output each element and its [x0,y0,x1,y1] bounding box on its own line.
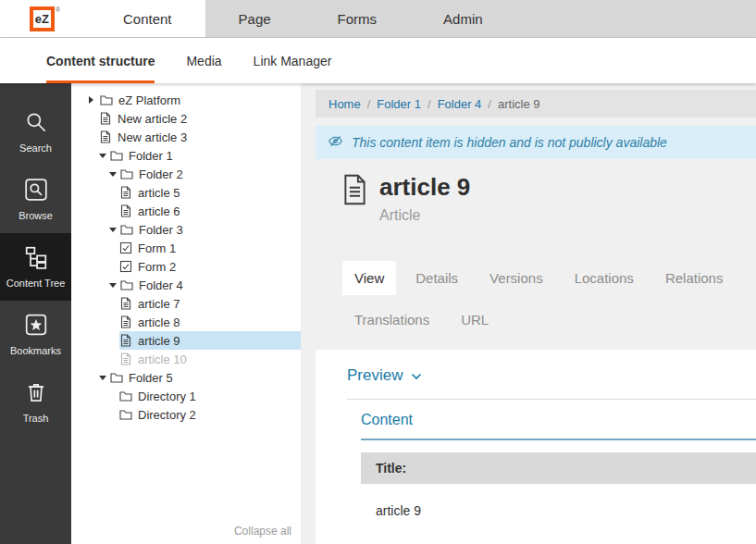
tab-page-label: Page [239,11,271,27]
caret-down-icon[interactable] [99,376,110,380]
tree-item-label: article 5 [138,186,180,200]
preview-toggle[interactable]: Preview [347,366,756,385]
content-tab-relations[interactable]: Relations [653,261,736,295]
breadcrumb-separator: / [488,97,491,111]
tree-item-form-2[interactable]: Form 2 [71,257,301,276]
ez-logo-registered-mark: ® [56,6,60,13]
tree-item-folder-1[interactable]: Folder 1 [71,146,301,165]
tree-item-article-6[interactable]: article 6 [71,202,301,220]
content-tab-url[interactable]: URL [449,303,501,337]
preview-toggle-label: Preview [347,366,403,385]
folder-icon [119,389,132,402]
caret-down-icon[interactable] [109,228,120,232]
subnav-tab-content-structure-label: Content structure [46,54,155,68]
tree-item-label: Folder 3 [139,223,183,237]
tree-item-ez-platform[interactable]: eZ Platform [71,91,301,109]
caret-down-icon[interactable] [99,154,110,158]
content-tab-bar: View Details Versions Locations Relation… [342,261,756,337]
tree-item-label: article 10 [138,352,187,366]
tree-item-new-article-3[interactable]: New article 3 [71,128,301,146]
content-tree-panel: eZ Platform New article 2 New article 3 … [71,83,301,544]
sidebar-item-bookmarks[interactable]: Bookmarks [0,301,71,368]
tree-item-directory-1[interactable]: Directory 1 [71,387,301,405]
breadcrumb-current: article 9 [498,97,540,111]
caret-down-icon[interactable] [109,172,120,177]
folder-icon [120,223,133,236]
folder-icon [119,408,132,421]
article-icon [119,352,132,365]
trash-icon [24,380,48,406]
breadcrumb-separator: / [428,97,431,111]
sidebar-item-search[interactable]: Search [0,98,71,166]
content-tab-view[interactable]: View [342,261,396,295]
tab-forms-label: Forms [338,11,378,27]
sidebar-item-browse-label: Browse [19,210,53,221]
content-type-label: Article [379,207,470,224]
tab-admin-label: Admin [443,11,483,27]
folder-icon [110,149,123,162]
tree-item-label: article 6 [138,204,180,218]
tree-item-folder-5[interactable]: Folder 5 [71,368,301,387]
caret-right-icon[interactable] [89,96,100,104]
ez-logo-text: eZ [35,12,49,26]
content-header: article 9 Article [342,174,756,224]
tree-item-directory-2[interactable]: Directory 2 [71,405,301,424]
content-tab-details[interactable]: Details [403,261,470,295]
ez-logo[interactable]: eZ ® [0,0,90,37]
sidebar-item-content-tree[interactable]: Content Tree [0,233,71,301]
subnav-tab-media-label: Media [186,54,221,68]
article-icon [119,204,132,217]
tree-item-article-9-selected[interactable]: article 9 [71,331,301,350]
tab-admin[interactable]: Admin [410,0,516,37]
tree-item-folder-4[interactable]: Folder 4 [71,276,301,294]
collapse-all-button[interactable]: Collapse all [234,525,291,538]
sub-navigation: Content structure Media Link Manager [0,38,756,83]
tab-page[interactable]: Page [205,0,304,37]
tree-item-label: article 7 [138,297,180,311]
tab-content[interactable]: Content [90,0,205,37]
content-tab-translations[interactable]: Translations [342,303,441,337]
tree-item-article-10-hidden[interactable]: article 10 [71,350,301,368]
breadcrumb-link-folder-1[interactable]: Folder 1 [377,97,421,111]
tree-item-article-7[interactable]: article 7 [71,294,301,313]
article-icon [119,315,132,328]
breadcrumb-link-home[interactable]: Home [328,97,361,111]
tree-item-label: Folder 4 [139,278,183,292]
tree-item-form-1[interactable]: Form 1 [71,239,301,257]
tree-item-label: Folder 5 [129,371,173,385]
tree-item-label: eZ Platform [118,93,180,107]
tree-item-label: article 9 [138,334,180,348]
tree-item-article-8[interactable]: article 8 [71,313,301,331]
content-tab-locations[interactable]: Locations [563,261,646,295]
sidebar-item-trash[interactable]: Trash [0,368,71,436]
browse-icon [24,178,48,204]
caret-down-icon[interactable] [109,283,120,288]
tree-item-label: Directory 1 [138,389,196,403]
content-header-text: article 9 Article [379,174,470,224]
tree-item-label: New article 2 [118,112,187,126]
breadcrumb-link-folder-4[interactable]: Folder 4 [438,97,482,111]
hidden-icon [328,133,343,152]
tab-forms[interactable]: Forms [304,0,411,37]
subnav-tab-media[interactable]: Media [186,38,221,83]
tree-item-label: article 8 [138,315,180,329]
hidden-content-alert: This content item is hidden and is not p… [316,126,756,159]
folder-icon [100,93,113,106]
content-tab-versions[interactable]: Versions [477,261,555,295]
sidebar-item-browse[interactable]: Browse [0,166,71,233]
field-title-value: article 9 [361,484,756,538]
field-title-header: Title: [361,452,756,484]
subnav-tab-link-manager[interactable]: Link Manager [254,38,332,83]
chevron-down-icon [411,366,422,385]
body-row: Search Browse Content Tree Bookmarks Tra… [0,83,756,544]
tree-item-article-5[interactable]: article 5 [71,183,301,202]
tree-item-new-article-2[interactable]: New article 2 [71,109,301,128]
tree-item-folder-3[interactable]: Folder 3 [71,220,301,239]
tree-item-label: Form 1 [138,241,176,255]
subnav-tab-content-structure[interactable]: Content structure [46,38,155,83]
form-icon [119,260,132,273]
tree-item-folder-2[interactable]: Folder 2 [71,165,301,183]
article-icon [99,112,112,125]
search-icon [24,110,48,136]
divider [347,399,756,400]
